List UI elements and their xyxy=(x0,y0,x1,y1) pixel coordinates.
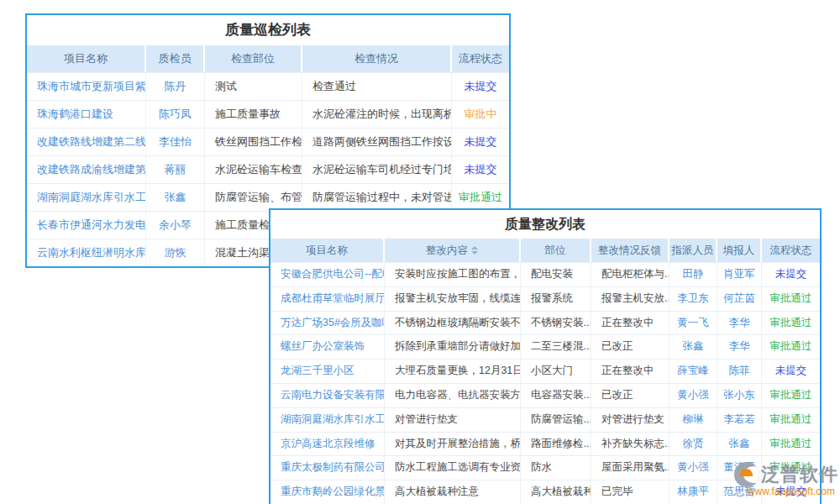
status-badge: 审批通过 xyxy=(762,312,820,335)
rectify-content: 电力电容器、电抗器安装方案,... xyxy=(385,384,521,407)
project-link[interactable]: 云南水利枢纽潜明水库... xyxy=(27,239,146,266)
inspection-situation: 水泥砼运输车司机经过专门培训... xyxy=(302,156,452,183)
table-row: 改建铁路成渝线增建第...蒋丽水泥砼运输车检查水泥砼运输车司机经过专门培训...… xyxy=(27,155,509,183)
status-badge: 未提交 xyxy=(762,360,820,383)
status-badge: 审批通过 xyxy=(762,287,820,311)
rectify-part: 二至三楼混... xyxy=(521,335,591,359)
project-link[interactable]: 螺丝厂办公室装饰 xyxy=(270,335,385,359)
filler-name: 李华 xyxy=(717,335,762,359)
inspector-name: 李佳怡 xyxy=(146,129,205,155)
table-row: 珠海鹤港口建设陈巧凤施工质量事故水泥砼灌注的时候，出现离析现象审批中 xyxy=(27,100,509,128)
table-row: 改建铁路线增建第二线...李佳怡铁丝网围挡工作检查道路两侧铁丝网围挡工作按设计.… xyxy=(27,128,509,155)
project-link[interactable]: 云南电力设备安装有限公司20... xyxy=(270,384,385,407)
column-header-assignee: 指派人员 xyxy=(669,239,717,262)
rectify-content: 报警主机安放牢固，线缆连接... xyxy=(385,287,521,311)
inspection-table-title: 质量巡检列表 xyxy=(27,15,509,45)
sort-icon[interactable] xyxy=(471,246,478,255)
fanpu-logo-text: 泛普软件 xyxy=(761,462,838,487)
rectify-feedback: 屋面采用聚氨... xyxy=(591,456,669,480)
project-link[interactable]: 湖南洞庭湖水库引水工程施工标 xyxy=(270,408,385,432)
inspection-situation: 防腐管运输过程中，未对管进行... xyxy=(302,184,452,211)
fanpu-url: www.fanpusoft.com xyxy=(748,486,838,497)
status-badge: 审批通过 xyxy=(762,433,820,456)
inspector-name: 游恢 xyxy=(146,239,205,266)
column-header-filler: 填报人 xyxy=(717,239,762,262)
column-header-situation: 检查情况 xyxy=(302,45,452,72)
inspection-situation: 检查通过 xyxy=(302,73,452,100)
column-header-part: 检查部位 xyxy=(205,45,302,72)
project-link[interactable]: 成都杜甫草堂临时展厅独立展... xyxy=(270,287,385,311)
status-badge: 审批通过 xyxy=(762,408,820,432)
status-badge: 审批通过 xyxy=(762,335,820,359)
assignee-name: 黄小强 xyxy=(669,456,717,480)
project-link[interactable]: 改建铁路成渝线增建第... xyxy=(27,156,146,183)
inspection-part: 水泥砼运输车检查 xyxy=(205,156,302,183)
rectify-content: 对其及时开展整治措施，桥头... xyxy=(385,433,521,456)
assignee-name: 林康平 xyxy=(669,480,717,504)
rectify-part: 电容器安装... xyxy=(521,384,591,407)
project-link[interactable]: 湖南洞庭湖水库引水工... xyxy=(27,184,146,211)
fanpu-watermark: 泛普软件 www.fanpusoft.com xyxy=(734,462,838,497)
rectify-part: 配电安装 xyxy=(521,263,591,286)
table-row: 龙湖三千里小区大理石质量更换，12月31日之...小区大门正在整改中薛宝峰陈菲未… xyxy=(270,359,820,383)
table-row: 湖南洞庭湖水库引水工程施工标对管进行垫支防腐管运输...对管进行垫支柳琳李若若审… xyxy=(270,407,820,432)
inspector-name: 蒋丽 xyxy=(146,156,205,183)
column-header-content[interactable]: 整改内容 xyxy=(385,239,521,262)
rectify-feedback: 正在整改中 xyxy=(591,312,669,335)
filler-name: 李若若 xyxy=(717,408,762,432)
table-row: 成都杜甫草堂临时展厅独立展...报警主机安放牢固，线缆连接...报警系统报警主机… xyxy=(270,286,820,311)
rectify-content: 防水工程施工选调有专业资质... xyxy=(385,456,521,480)
table-row: 京沪高速北京段维修对其及时开展整治措施，桥头...路面维修检...补齐缺失标志.… xyxy=(270,432,820,456)
project-link[interactable]: 龙湖三千里小区 xyxy=(270,360,385,383)
rectify-content: 拆除到承重墙部分请做好加固... xyxy=(385,335,521,359)
project-link[interactable]: 珠海市城市更新项目紫... xyxy=(27,73,146,100)
project-link[interactable]: 珠海鹤港口建设 xyxy=(27,101,146,128)
assignee-name: 田静 xyxy=(669,263,717,286)
fanpu-logo-icon xyxy=(734,462,759,487)
inspector-name: 张鑫 xyxy=(146,184,205,211)
rectify-table: 质量整改列表 项目名称 整改内容 部位 整改情况反馈 指派人员 填报人 流程状态… xyxy=(269,208,822,504)
status-badge: 审批通过 xyxy=(452,184,509,211)
inspector-name: 陈丹 xyxy=(146,73,205,100)
inspection-situation: 水泥砼灌注的时候，出现离析现象 xyxy=(302,101,452,128)
status-badge: 未提交 xyxy=(762,263,820,286)
project-link[interactable]: 重庆太极制药有限公司亳州中... xyxy=(270,456,385,480)
column-header-status: 流程状态 xyxy=(452,45,509,72)
table-row: 珠海市城市更新项目紫...陈丹测试检查通过未提交 xyxy=(27,72,509,100)
project-link[interactable]: 改建铁路线增建第二线... xyxy=(27,129,146,155)
rectify-content: 对管进行垫支 xyxy=(385,408,521,432)
table-row: 螺丝厂办公室装饰拆除到承重墙部分请做好加固...二至三楼混...已改正张鑫李华审… xyxy=(270,334,820,359)
column-header-part: 部位 xyxy=(521,239,591,262)
rectify-part: 不锈钢安装... xyxy=(521,312,591,335)
rectify-table-header: 项目名称 整改内容 部位 整改情况反馈 指派人员 填报人 流程状态 xyxy=(270,239,820,262)
table-row: 湖南洞庭湖水库引水工...张鑫防腐管运输、布管防腐管运输过程中，未对管进行...… xyxy=(27,183,509,211)
assignee-name: 徐贤 xyxy=(669,433,717,456)
column-header-inspector: 质检员 xyxy=(146,45,205,72)
inspection-part: 施工质量事故 xyxy=(205,101,302,128)
inspection-table-header: 项目名称 质检员 检查部位 检查情况 流程状态 xyxy=(27,45,509,72)
project-link[interactable]: 安徽合肥供电公司--配电设备... xyxy=(270,263,385,286)
filler-name: 何芷茵 xyxy=(717,287,762,311)
column-header-feedback: 整改情况反馈 xyxy=(591,239,669,262)
rectify-part: 小区大门 xyxy=(521,360,591,383)
inspector-name: 陈巧凤 xyxy=(146,101,205,128)
column-header-status: 流程状态 xyxy=(762,239,820,262)
project-link[interactable]: 长春市伊通河水力发电... xyxy=(27,212,146,239)
status-badge: 审批中 xyxy=(452,101,509,128)
filler-name: 张鑫 xyxy=(717,433,762,456)
status-badge: 未提交 xyxy=(452,156,509,183)
project-link[interactable]: 万达广场35#会所及咖啡厅空... xyxy=(270,312,385,335)
filler-name: 肖亚军 xyxy=(717,263,762,286)
column-header-content-label: 整改内容 xyxy=(426,239,468,262)
rectify-part: 防水 xyxy=(521,456,591,480)
status-badge: 审批通过 xyxy=(762,384,820,407)
project-link[interactable]: 重庆市鹅岭公园绿化景观提升... xyxy=(270,480,385,504)
table-row: 万达广场35#会所及咖啡厅空...不锈钢边框玻璃隔断安装不牢...不锈钢安装..… xyxy=(270,311,820,335)
column-header-project: 项目名称 xyxy=(270,239,385,262)
rectify-feedback: 已完毕 xyxy=(591,480,669,504)
assignee-name: 李卫东 xyxy=(669,287,717,311)
project-link[interactable]: 京沪高速北京段维修 xyxy=(270,433,385,456)
rectify-part: 防腐管运输... xyxy=(521,408,591,432)
rectify-feedback: 已改正 xyxy=(591,335,669,359)
assignee-name: 黄小强 xyxy=(669,384,717,407)
